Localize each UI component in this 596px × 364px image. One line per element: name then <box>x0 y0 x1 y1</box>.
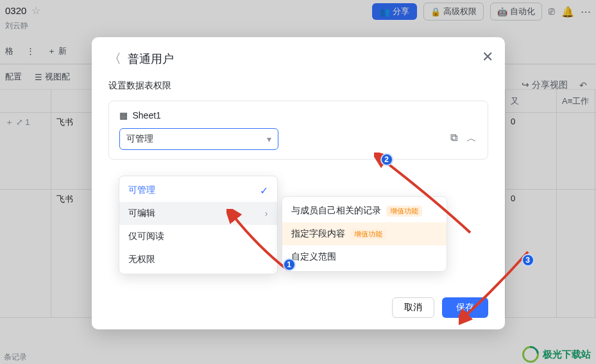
option-none[interactable]: 无权限 <box>119 248 277 271</box>
annotation-1: 1 <box>283 258 296 271</box>
chevron-right-icon: › <box>265 208 268 219</box>
submenu-related[interactable]: 与成员自己相关的记录增值功能 <box>282 199 447 222</box>
annotation-2: 2 <box>380 153 393 166</box>
annotation-3: 3 <box>522 254 534 267</box>
option-read[interactable]: 仅可阅读 <box>119 225 277 248</box>
modal-title: 普通用户 <box>128 51 174 67</box>
close-icon[interactable]: ✕ <box>482 49 493 65</box>
submenu-label: 自定义范围 <box>291 251 336 263</box>
section-label: 设置数据表权限 <box>108 80 488 92</box>
select-value: 可管理 <box>126 133 153 145</box>
option-manage[interactable]: 可管理✓ <box>119 179 277 202</box>
sheet-card: ▦Sheet1 可管理 ▾ <box>108 101 488 160</box>
option-label: 可编辑 <box>128 208 155 219</box>
submenu-label: 与成员自己相关的记录 <box>291 205 381 217</box>
sheet-icon: ▦ <box>119 110 128 120</box>
permission-dropdown: 可管理✓ 可编辑› 仅可阅读 无权限 <box>119 176 278 274</box>
option-label: 可管理 <box>128 185 155 196</box>
check-icon: ✓ <box>260 185 268 197</box>
back-icon[interactable]: 〈 <box>108 50 121 67</box>
caret-down-icon: ▾ <box>267 134 271 144</box>
option-edit[interactable]: 可编辑› <box>119 202 277 225</box>
permission-select[interactable]: 可管理 ▾ <box>119 128 278 150</box>
save-button[interactable]: 保存 <box>442 297 488 318</box>
option-label: 无权限 <box>128 254 155 265</box>
collapse-icon[interactable]: ︿ <box>466 132 477 145</box>
option-label: 仅可阅读 <box>128 231 164 242</box>
submenu-custom[interactable]: 自定义范围 <box>282 245 447 269</box>
submenu-field[interactable]: 指定字段内容增值功能 <box>282 222 447 245</box>
premium-badge: 增值功能 <box>350 229 386 240</box>
premium-badge: 增值功能 <box>386 206 422 217</box>
cancel-button[interactable]: 取消 <box>392 297 434 318</box>
edit-submenu: 与成员自己相关的记录增值功能 指定字段内容增值功能 自定义范围 <box>282 196 447 272</box>
sheet-name: Sheet1 <box>133 110 161 120</box>
modal-overlay: 〈 普通用户 ✕ 设置数据表权限 ▦Sheet1 可管理 ▾ ⧉ ︿ 可管理✓ … <box>0 0 596 364</box>
copy-icon[interactable]: ⧉ <box>450 132 457 145</box>
submenu-label: 指定字段内容 <box>291 228 345 240</box>
permission-modal: 〈 普通用户 ✕ 设置数据表权限 ▦Sheet1 可管理 ▾ ⧉ ︿ 可管理✓ … <box>92 37 505 329</box>
